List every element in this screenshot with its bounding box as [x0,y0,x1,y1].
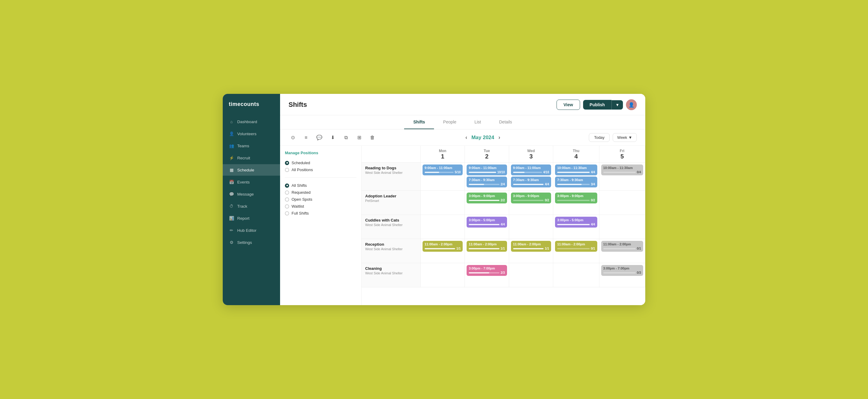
tab-shifts[interactable]: Shifts [404,115,434,129]
sidebar-item-report[interactable]: 📊 Report [223,213,280,224]
shift-time: 10:00am - 11:30am [603,166,641,170]
prev-month-button[interactable]: ‹ [465,134,467,141]
cell-row1-day2: 3:00pm - 9:00pm 0/2 [509,191,553,215]
sidebar-item-schedule[interactable]: ▦ Schedule [223,164,280,176]
shift-card[interactable]: 9:00am - 11:00am 4/10 [511,164,551,175]
tab-people[interactable]: People [434,115,465,129]
shift-card[interactable]: 3:00pm - 7:00pm 2/3 [467,265,507,276]
sidebar-item-dashboard[interactable]: ⌂ Dashboard [223,116,280,127]
cell-row0-day3: 10:00am - 11:30am 4/4 7:30am - 9:30am 3/… [553,163,599,191]
download-icon[interactable]: ⬇ [329,133,337,142]
shift-bar-bg [557,200,589,201]
shift-card[interactable]: 3:00pm - 5:00pm 4/4 [555,217,597,227]
shift-time: 3:00pm - 9:00pm [469,194,505,198]
manage-positions-link[interactable]: Manage Positions [285,151,356,155]
filter-option-full-shifts[interactable]: Full Shifts [285,211,356,215]
shift-card[interactable]: 11:00am - 2:00pm 0/1 [555,241,597,252]
shift-bar-wrap: 1/1 [425,247,461,250]
sidebar-item-hub-editor[interactable]: ✏ Hub Editor [223,224,280,236]
table-row: Cleaning West Side Animal Shelter 3:00pm… [362,263,645,287]
shift-card[interactable]: 3:00pm - 5:00pm 4/4 [467,217,507,227]
filter-option-open-spots[interactable]: Open Spots [285,197,356,202]
today-button[interactable]: Today [589,133,610,142]
shift-card[interactable]: 3:00pm - 9:00pm 0/2 [511,192,551,204]
publish-chevron-button[interactable]: ▼ [612,100,623,110]
shift-card[interactable]: 9:00am - 11:00am 5/10 [423,164,463,175]
cell-row0-day0: 9:00am - 11:00am 5/10 [421,163,464,191]
shift-card[interactable]: 10:00am - 11:30am 0/4 [601,164,643,175]
sidebar-item-settings[interactable]: ⚙ Settings [223,237,280,248]
shift-time: 3:00pm - 7:00pm [469,267,505,270]
sidebar-item-message[interactable]: 💬 Message [223,188,280,200]
shift-count: 1/1 [456,247,461,250]
shift-bar-fill [469,224,499,225]
shift-card[interactable]: 3:00pm - 9:00pm 0/2 [555,192,597,204]
message-icon[interactable]: 💬 [315,133,323,142]
view-button[interactable]: View [557,100,580,110]
shift-time: 7:30am - 9:30am [557,178,595,182]
avatar[interactable]: 👤 [626,99,637,110]
publish-button[interactable]: Publish [583,100,612,110]
filter-option-scheduled[interactable]: Scheduled [285,160,356,165]
delete-icon[interactable]: 🗑 [368,133,377,142]
tab-list[interactable]: List [465,115,490,129]
duplicate-icon[interactable]: ⊞ [355,133,363,142]
settings-sliders-icon[interactable]: ≡ [302,133,310,142]
shift-time: 3:00pm - 5:00pm [557,218,595,222]
shift-card[interactable]: 11:00am - 2:00pm 1/1 [423,241,463,252]
shift-bar-fill [557,224,589,225]
cell-row0-day2: 9:00am - 11:00am 4/10 7:30am - 9:30am 4/… [509,163,553,191]
shift-bar-wrap: 4/4 [469,223,505,226]
cell-row4-day1: 3:00pm - 7:00pm 2/3 [465,263,509,287]
day-name-2: Tue [467,149,506,153]
sidebar-item-recruit[interactable]: ⚡ Recruit [223,152,280,163]
shift-count: 0/1 [637,247,641,250]
main-header: Shifts View Publish ▼ 👤 [280,94,645,115]
filter-option-requested[interactable]: Requested [285,190,356,195]
table-row: Reading to Dogs West Side Animal Shelter… [362,163,645,191]
shift-time: 11:00am - 2:00pm [557,242,595,246]
row-subtitle-3: West Side Animal Shelter [365,247,417,251]
day-name-5: Fri [602,149,643,153]
radio-label-waitlist: Waitlist [291,204,304,209]
sidebar-item-volunteers[interactable]: 👤 Volunteers [223,128,280,140]
radio-all-shifts [285,184,289,188]
sidebar-item-track[interactable]: ⏱ Track [223,201,280,212]
filter-option-all-positions[interactable]: All Positions [285,167,356,172]
volunteers-icon: 👤 [229,131,234,136]
cal-header-day-2: Tue 2 [465,146,509,163]
shift-time: 9:00am - 11:00am [425,166,461,170]
cell-row2-day2 [509,215,553,239]
shift-bar-wrap: 4/4 [557,223,595,226]
shift-bar-fill [513,248,544,249]
shift-card[interactable]: 3:00pm - 9:00pm 2/2 [467,192,507,204]
calendar-table: Mon 1 Tue 2 Wed 3 Thu 4 Fri 5 Reading to… [362,146,645,287]
filter-circle-icon[interactable]: ⊙ [288,133,297,142]
shift-bar-bg [425,172,454,173]
radio-full-shifts [285,211,289,215]
shift-card[interactable]: 11:00am - 2:00pm 1/1 [511,241,551,252]
shift-card[interactable]: 10:00am - 11:30am 4/4 [555,164,597,175]
shift-bar-wrap: 0/1 [603,247,641,250]
copy-icon[interactable]: ⧉ [342,133,350,142]
sidebar-item-events[interactable]: 📅 Events [223,176,280,188]
week-dropdown-button[interactable]: Week ▼ [613,133,637,142]
shift-count: 2/3 [501,271,505,274]
cal-header-day-1: Mon 1 [421,146,464,163]
shift-card[interactable]: 11:00am - 2:00pm 0/1 [601,241,643,252]
shift-card[interactable]: 7:30am - 9:30am 2/4 [467,177,507,187]
next-month-button[interactable]: › [499,134,500,141]
sidebar-logo: timecounts [223,101,280,116]
shift-bar-fill [425,172,439,173]
shift-card[interactable]: 3:00pm - 7:00pm 0/3 [601,265,643,276]
filter-option-all-shifts[interactable]: All Shifts [285,183,356,188]
row-subtitle-0: West Side Animal Shelter [365,171,417,175]
shift-card[interactable]: 7:30am - 9:30am 3/4 [555,177,597,187]
shift-card[interactable]: 11:00am - 2:00pm 1/1 [467,241,507,252]
shift-card[interactable]: 7:30am - 9:30am 4/4 [511,177,551,187]
sidebar-item-teams[interactable]: 👥 Teams [223,140,280,152]
schedule-icon: ▦ [229,167,234,173]
tab-details[interactable]: Details [490,115,521,129]
filter-option-waitlist[interactable]: Waitlist [285,204,356,209]
shift-card[interactable]: 9:00am - 11:00am 10/10 [467,164,507,175]
